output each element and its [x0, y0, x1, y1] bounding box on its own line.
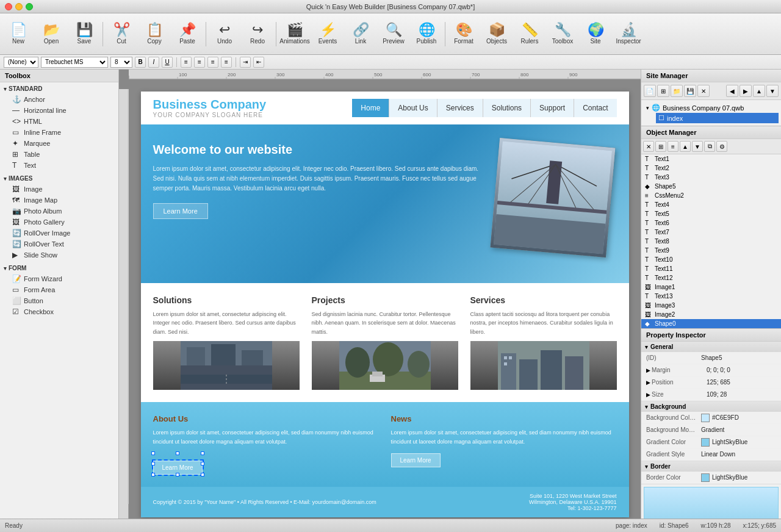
news-learn-more-button[interactable]: Learn More: [391, 453, 441, 467]
standard-section-header[interactable]: STANDARD: [0, 84, 118, 94]
sm-folder-icon[interactable]: 📁: [671, 85, 683, 97]
sm-page-icon[interactable]: 📄: [644, 85, 656, 97]
sm-grid-icon[interactable]: ⊞: [657, 85, 669, 97]
om-image2[interactable]: 🖼Image2: [641, 310, 781, 319]
tree-index-page[interactable]: ☐ index: [656, 113, 779, 123]
table-item[interactable]: ⊞ Table: [0, 149, 118, 160]
form-wizard-item[interactable]: 📝 Form Wizard: [0, 273, 118, 284]
tree-root[interactable]: ▾ 🌐 Business Company 07.qwb: [644, 102, 779, 113]
checkbox-item[interactable]: ☑ Checkbox: [0, 306, 118, 317]
image-item[interactable]: 🖼 Image: [0, 184, 118, 195]
photo-album-item[interactable]: 📷 Photo Album: [0, 206, 118, 217]
redo-button[interactable]: ↪ Redo: [242, 16, 273, 52]
om-text13[interactable]: TText13: [641, 292, 781, 301]
undo-button[interactable]: ↩ Undo: [209, 16, 240, 52]
marquee-item[interactable]: ✦ Marquee: [0, 138, 118, 149]
events-button[interactable]: ⚡ Events: [312, 16, 344, 52]
slide-show-item[interactable]: ▶ Slide Show: [0, 250, 118, 261]
text-item[interactable]: T Text: [0, 160, 118, 171]
sm-arrow-down[interactable]: ▼: [766, 85, 779, 97]
pi-border-header[interactable]: Border: [641, 461, 781, 472]
new-button[interactable]: 📄 New: [2, 16, 34, 52]
copy-button[interactable]: 📋 Copy: [139, 16, 170, 52]
inline-frame-item[interactable]: ▭ Inline Frame: [0, 127, 118, 138]
anchor-item[interactable]: ⚓ Anchor: [0, 94, 118, 105]
paste-button[interactable]: 📌 Paste: [171, 16, 203, 52]
objects-button[interactable]: 📦 Objects: [481, 16, 513, 52]
cut-button[interactable]: ✂️ Cut: [106, 16, 137, 52]
rulers-button[interactable]: 📏 Rulers: [514, 16, 545, 52]
nav-support[interactable]: Support: [531, 99, 574, 117]
photo-gallery-item[interactable]: 🖼 Photo Gallery: [0, 217, 118, 228]
om-close-btn[interactable]: ✕: [643, 141, 654, 152]
rollover-image-item[interactable]: 🔄 RollOver Image: [0, 228, 118, 239]
om-text1[interactable]: TText1: [641, 154, 781, 164]
sm-arrow-up[interactable]: ▲: [753, 85, 765, 97]
sm-arrow-right[interactable]: ▶: [740, 85, 752, 97]
image-map-item[interactable]: 🗺 Image Map: [0, 195, 118, 206]
om-text6[interactable]: TText6: [641, 218, 781, 228]
sm-close-icon[interactable]: ✕: [697, 85, 710, 97]
nav-solutions[interactable]: Solutions: [483, 99, 531, 117]
align-left-button[interactable]: ≡: [181, 57, 192, 68]
indent-button[interactable]: ⇥: [240, 57, 251, 68]
align-justify-button[interactable]: ≡: [221, 57, 232, 68]
format-button[interactable]: 🎨 Format: [448, 16, 480, 52]
save-button[interactable]: 💾 Save: [68, 16, 100, 52]
minimize-button[interactable]: [15, 3, 23, 10]
canvas-area[interactable]: 100 200 300 400 500 600 700 800: [119, 70, 641, 519]
om-text2[interactable]: TText2: [641, 164, 781, 173]
om-text9[interactable]: TText9: [641, 246, 781, 255]
om-grid-btn[interactable]: ⊞: [655, 141, 666, 152]
page-canvas[interactable]: Business Company YOUR COMPANY SLOGAN HER…: [141, 92, 629, 517]
om-text8[interactable]: TText8: [641, 237, 781, 246]
html-item[interactable]: <> HTML: [0, 116, 118, 127]
om-cssmenu2[interactable]: ≡CssMenu2: [641, 191, 781, 200]
nav-about[interactable]: About Us: [389, 99, 437, 117]
open-button[interactable]: 📂 Open: [35, 16, 67, 52]
om-text11[interactable]: TText11: [641, 264, 781, 273]
outdent-button[interactable]: ⇤: [253, 57, 264, 68]
rollover-text-item[interactable]: 🔄 RollOver Text: [0, 239, 118, 250]
om-text12[interactable]: TText12: [641, 273, 781, 282]
om-up-btn[interactable]: ▲: [680, 141, 691, 152]
pi-background-header[interactable]: Background: [641, 401, 781, 412]
site-button[interactable]: 🌍 Site: [580, 16, 611, 52]
sm-arrow-left[interactable]: ◀: [726, 85, 738, 97]
align-right-button[interactable]: ≡: [207, 57, 218, 68]
link-button[interactable]: 🔗 Link: [345, 16, 376, 52]
om-copy-btn[interactable]: ⧉: [704, 141, 715, 152]
close-button[interactable]: [5, 3, 12, 10]
style-select[interactable]: (None): [4, 57, 38, 68]
om-text3[interactable]: TText3: [641, 173, 781, 182]
om-shape0[interactable]: ◆Shape0: [641, 319, 781, 328]
om-down-btn[interactable]: ▼: [692, 141, 703, 152]
om-text4[interactable]: TText4: [641, 200, 781, 209]
form-area-item[interactable]: ▭ Form Area: [0, 284, 118, 295]
preview-button[interactable]: 🔍 Preview: [378, 16, 409, 52]
underline-button[interactable]: U: [162, 57, 173, 68]
inspector-button[interactable]: 🔬 Inspector: [613, 16, 644, 52]
om-text10[interactable]: TText10: [641, 255, 781, 264]
font-select[interactable]: Trebuchet MS: [41, 57, 108, 68]
publish-button[interactable]: 🌐 Publish: [411, 16, 442, 52]
om-list-btn[interactable]: ≡: [668, 141, 678, 152]
om-settings-btn[interactable]: ⚙: [716, 141, 727, 152]
om-image3[interactable]: 🖼Image3: [641, 301, 781, 310]
form-section-header[interactable]: FORM: [0, 263, 118, 273]
om-shape5[interactable]: ◆Shape5: [641, 182, 781, 191]
align-center-button[interactable]: ≡: [194, 57, 205, 68]
border-color-swatch[interactable]: [701, 473, 710, 482]
gradient-color-swatch[interactable]: [701, 438, 710, 447]
om-image1[interactable]: 🖼Image1: [641, 282, 781, 292]
italic-button[interactable]: I: [148, 57, 159, 68]
om-text7[interactable]: TText7: [641, 228, 781, 237]
button-item[interactable]: ⬜ Button: [0, 295, 118, 306]
size-select[interactable]: 8: [110, 57, 132, 68]
maximize-button[interactable]: [26, 3, 33, 10]
bg-color-swatch[interactable]: [701, 414, 710, 422]
nav-home[interactable]: Home: [352, 99, 389, 117]
animations-button[interactable]: 🎬 Animations: [279, 16, 311, 52]
horizontal-line-item[interactable]: — Horizontal line: [0, 105, 118, 116]
om-text5[interactable]: TText5: [641, 209, 781, 218]
